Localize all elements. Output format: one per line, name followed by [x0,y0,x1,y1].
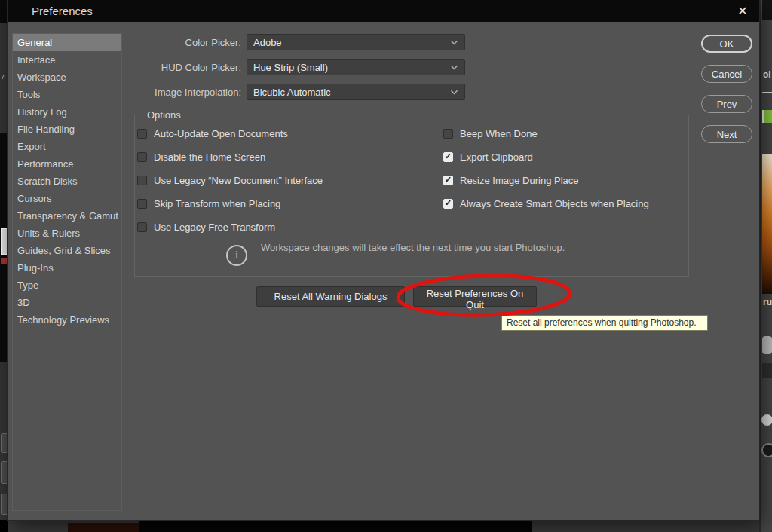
option-label: Skip Transform when Placing [154,198,280,209]
tooltip: Reset all preferences when quitting Phot… [501,315,708,331]
options-column-right: ✓ Beep When Done ✓ Export Clipboard ✓ Re… [443,128,649,222]
sidebar-item-label: Plug-Ins [17,262,54,274]
dropdown-select[interactable]: Adobe [247,34,465,50]
checkbox[interactable]: ✓ [137,199,147,209]
close-icon[interactable]: ✕ [734,2,752,20]
checkmark-icon: ✓ [445,198,452,208]
option-row[interactable]: ✓ Use Legacy Free Transform [137,222,323,232]
reset-preferences-on-quit-button[interactable]: Reset Preferences On Quit [413,286,537,307]
option-row[interactable]: ✓ Skip Transform when Placing [137,198,323,209]
sidebar-item[interactable]: Workspace [13,69,121,86]
checkbox[interactable]: ✓ [137,129,147,139]
dropdown-select[interactable]: Hue Strip (Small) [247,59,465,75]
dropdown-value: Adobe [253,37,450,48]
chevron-down-icon [450,90,458,95]
sidebar-item[interactable]: Type [13,277,121,294]
option-row[interactable]: ✓ Resize Image During Place [443,175,649,185]
picker-row: Image Interpolation: Bicubic Automatic [128,84,465,100]
sidebar-item-label: Transparency & Gamut [17,210,118,222]
background-left-label: 7 [1,73,5,81]
sidebar-item-label: History Log [17,106,67,118]
checkbox[interactable]: ✓ [137,222,147,232]
background-bottom-edge [0,520,8,532]
options-legend: Options [142,109,186,121]
sidebar-item[interactable]: 3D [13,294,121,311]
option-label: Beep When Done [460,128,538,139]
option-label: Disable the Home Screen [154,151,265,163]
background-panel-icon [762,336,772,354]
picker-row: HUD Color Picker: Hue Strip (Small) [128,59,465,75]
background-bottom-strip [8,520,759,532]
sidebar-item[interactable]: General [13,34,121,51]
dialog-button[interactable]: OK [701,35,752,53]
sidebar-item-label: Tools [17,89,40,100]
checkbox[interactable]: ✓ [443,129,453,139]
sidebar-item[interactable]: Transparency & Gamut [13,207,121,225]
background-color-gradient [762,154,772,294]
background-titlebar-edge [0,0,8,23]
sidebar-item[interactable]: Scratch Disks [13,173,121,190]
checkbox[interactable]: ✓ [137,152,147,162]
background-left-strip: 7 [0,0,8,532]
sidebar-item[interactable]: History Log [13,103,121,121]
picker-label: Color Picker: [128,37,241,48]
option-row[interactable]: ✓ Auto-Update Open Documents [137,128,323,139]
picker-group: Color Picker: Adobe HUD Color Picker: Hu… [128,34,465,109]
sidebar-item[interactable]: Performance [13,155,121,173]
option-row[interactable]: ✓ Beep When Done [443,128,649,139]
dialog-title: Preferences [32,5,93,17]
checkbox[interactable]: ✓ [443,152,453,162]
sidebar-item-label: Units & Rulers [17,228,80,239]
dialog-button[interactable]: Next [701,125,752,143]
background-panel-label: ru [763,297,772,307]
sidebar-item[interactable]: File Handling [13,121,121,138]
sidebar-item-label: File Handling [17,124,75,135]
dialog-titlebar[interactable]: Preferences ✕ [8,0,759,22]
picker-row: Color Picker: Adobe [128,34,465,50]
reset-warning-dialogs-button[interactable]: Reset All Warning Dialogs [256,286,405,307]
background-panel-label: ol [763,69,771,80]
sidebar-item[interactable]: Export [13,138,121,155]
sidebar-item[interactable]: Interface [13,51,121,69]
background-right-strip: ol ru [759,0,772,532]
picker-label: HUD Color Picker: [128,62,241,73]
background-panel-icon [761,414,772,426]
sidebar-item[interactable]: Units & Rulers [13,225,121,242]
info-icon [226,245,247,266]
dropdown-select[interactable]: Bicubic Automatic [247,84,465,100]
option-label: Use Legacy Free Transform [154,222,275,233]
sidebar-item-label: Workspace [17,72,66,83]
option-label: Always Create Smart Objects when Placing [460,198,649,209]
background-panel-icon [762,363,772,378]
option-row[interactable]: ✓ Use Legacy “New Document” Interface [137,175,323,185]
chevron-down-icon [450,40,458,45]
sidebar-item[interactable]: Guides, Grid & Slices [13,242,121,259]
picker-label: Image Interpolation: [128,87,241,98]
background-canvas-edge [139,521,532,532]
checkbox[interactable]: ✓ [443,176,453,185]
option-row[interactable]: ✓ Always Create Smart Objects when Placi… [443,198,649,209]
option-label: Resize Image During Place [460,175,579,186]
preferences-sidebar: General Interface Workspace Tools Histor… [12,33,122,511]
sidebar-item[interactable]: Plug-Ins [13,259,121,277]
sidebar-item-label: Type [17,280,38,291]
option-row[interactable]: ✓ Export Clipboard [443,151,649,162]
checkbox[interactable]: ✓ [443,199,453,209]
dialog-button[interactable]: Cancel [701,65,752,83]
sidebar-item-label: Interface [17,54,56,66]
sidebar-item-label: Technology Previews [17,314,109,326]
sidebar-item[interactable]: Technology Previews [13,311,121,329]
dropdown-value: Hue Strip (Small) [253,62,450,73]
sidebar-item[interactable]: Tools [13,86,121,103]
background-green-swatch [762,110,772,123]
checkbox[interactable]: ✓ [137,176,147,185]
checkmark-icon: ✓ [445,175,452,185]
sidebar-item-label: Performance [17,158,73,170]
sidebar-item[interactable]: Cursors [13,190,121,207]
option-row[interactable]: ✓ Disable the Home Screen [137,151,323,162]
sidebar-item-label: Cursors [17,193,52,204]
checkmark-icon: ✓ [445,151,452,161]
sidebar-item-label: Export [17,141,46,152]
sidebar-item-label: 3D [17,297,30,308]
dialog-button[interactable]: Prev [701,95,752,113]
